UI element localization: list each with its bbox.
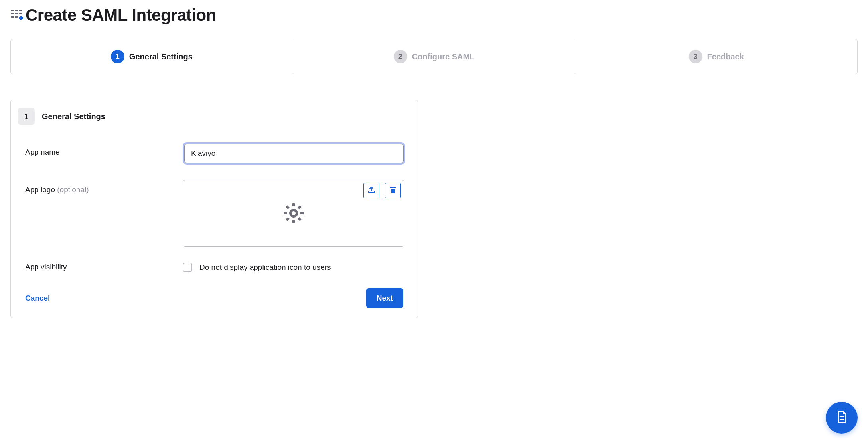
svg-rect-2 xyxy=(19,10,22,11)
svg-rect-3 xyxy=(11,13,14,14)
svg-rect-0 xyxy=(11,10,14,11)
next-button[interactable]: Next xyxy=(366,288,403,308)
trash-icon xyxy=(389,186,397,195)
svg-rect-1 xyxy=(15,10,18,11)
svg-rect-4 xyxy=(15,13,18,14)
svg-rect-16 xyxy=(298,205,302,209)
cancel-button[interactable]: Cancel xyxy=(25,294,50,302)
step-feedback[interactable]: 3 Feedback xyxy=(575,39,857,74)
app-name-input[interactable] xyxy=(184,144,404,163)
step-general-settings[interactable]: 1 General Settings xyxy=(11,39,293,74)
step-label-2: Configure SAML xyxy=(412,52,475,61)
step-badge-3: 3 xyxy=(689,50,702,63)
visibility-checkbox[interactable] xyxy=(183,263,192,272)
app-logo-label-text: App logo xyxy=(25,185,57,194)
svg-rect-6 xyxy=(11,16,14,18)
upload-icon xyxy=(367,186,375,195)
svg-point-11 xyxy=(290,210,297,216)
visibility-checkbox-label: Do not display application icon to users xyxy=(199,263,331,272)
page-title: Create SAML Integration xyxy=(26,6,216,25)
svg-rect-19 xyxy=(286,205,290,209)
step-label-1: General Settings xyxy=(129,52,193,61)
app-name-label: App name xyxy=(25,142,183,157)
app-logo-label: App logo (optional) xyxy=(25,180,183,194)
step-badge-1: 1 xyxy=(111,50,124,63)
step-badge-2: 2 xyxy=(394,50,407,63)
apps-grid-icon xyxy=(10,8,24,24)
delete-logo-button[interactable] xyxy=(385,183,401,198)
wizard-steps: 1 General Settings 2 Configure SAML 3 Fe… xyxy=(10,39,858,74)
svg-rect-5 xyxy=(19,13,22,14)
gear-icon xyxy=(283,203,304,224)
svg-rect-17 xyxy=(286,217,290,221)
app-logo-dropzone[interactable] xyxy=(183,180,404,247)
step-label-3: Feedback xyxy=(707,52,744,61)
svg-rect-9 xyxy=(20,16,22,20)
svg-rect-10 xyxy=(390,187,396,188)
step-configure-saml[interactable]: 2 Configure SAML xyxy=(293,39,576,74)
svg-rect-15 xyxy=(284,212,287,214)
svg-rect-13 xyxy=(292,220,295,223)
svg-rect-12 xyxy=(292,203,295,206)
upload-logo-button[interactable] xyxy=(363,183,379,198)
section-title: General Settings xyxy=(42,112,105,121)
svg-rect-18 xyxy=(298,217,302,221)
app-logo-optional: (optional) xyxy=(57,185,89,194)
general-settings-card: 1 General Settings App name App logo (op… xyxy=(10,100,418,318)
svg-rect-14 xyxy=(300,212,304,214)
app-visibility-label: App visibility xyxy=(25,262,183,271)
svg-rect-7 xyxy=(15,16,18,18)
section-number: 1 xyxy=(18,108,35,125)
